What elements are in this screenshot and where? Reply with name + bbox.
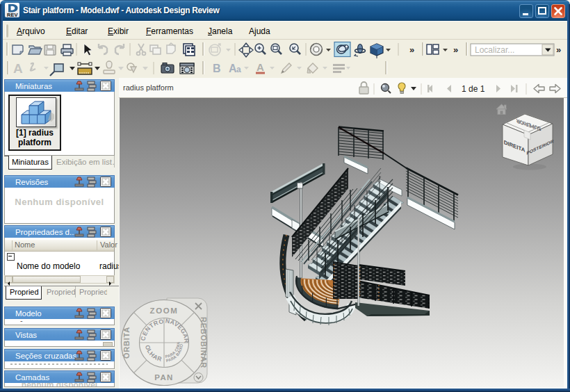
svg-text:A: A [13, 61, 23, 76]
svg-text:»: » [453, 44, 458, 55]
svg-text:»: » [556, 44, 561, 55]
svg-text:ÓRBITA: ÓRBITA [122, 327, 131, 359]
svg-text:ZOOM: ZOOM [150, 307, 179, 315]
svg-text:PAN: PAN [154, 373, 174, 382]
svg-text:REV: REV [7, 12, 17, 17]
svg-text:»: » [409, 44, 414, 55]
svg-text:A: A [256, 61, 264, 73]
svg-text:Localizar...: Localizar... [475, 45, 514, 55]
svg-text:REBOBINAR: REBOBINAR [200, 317, 208, 368]
svg-text:1 de 1: 1 de 1 [462, 84, 485, 94]
svg-text:B: B [213, 63, 221, 74]
svg-text:a: a [236, 65, 241, 74]
